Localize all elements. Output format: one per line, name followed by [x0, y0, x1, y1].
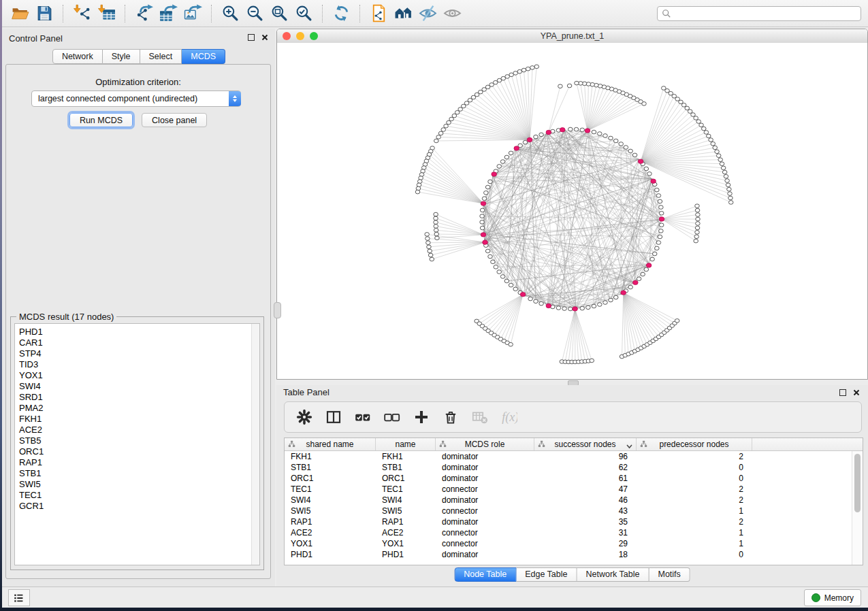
network-window-titlebar[interactable]: YPA_prune.txt_1 [277, 29, 867, 44]
save-session-button[interactable] [32, 3, 57, 24]
zoom-fit-button[interactable] [267, 3, 291, 24]
zoom-selected-button[interactable] [291, 3, 316, 24]
result-node[interactable]: SWI4 [15, 381, 259, 392]
control-panel-tabs: NetworkStyleSelectMCDS [3, 49, 275, 64]
column-header-shared-name[interactable]: shared name [285, 438, 376, 450]
column-header-name[interactable]: name [376, 438, 436, 450]
result-node[interactable]: FKH1 [15, 414, 259, 425]
result-node[interactable]: CAR1 [15, 337, 259, 348]
control-panel-close-icon[interactable] [261, 34, 268, 41]
export-network-button[interactable] [131, 3, 156, 24]
tab-style[interactable]: Style [103, 49, 140, 64]
list-icon [13, 592, 25, 604]
tab-select[interactable]: Select [140, 49, 182, 64]
cell-shared-name: YOX1 [285, 539, 376, 548]
tab-node-table[interactable]: Node Table [454, 567, 516, 582]
table-row[interactable]: STB1STB1dominator620 [285, 462, 863, 473]
result-node[interactable]: ACE2 [15, 425, 259, 435]
table-row[interactable]: PHD1PHD1dominator180 [285, 549, 863, 560]
network-graph[interactable] [277, 43, 867, 379]
horizontal-splitter[interactable] [276, 380, 868, 385]
result-node[interactable]: STP4 [15, 348, 259, 359]
table-row[interactable]: TEC1TEC1connector472 [285, 484, 863, 495]
select-all-rows-button[interactable] [354, 408, 372, 426]
table-scrollbar[interactable] [852, 451, 863, 565]
vertical-splitter-handle[interactable] [274, 302, 281, 318]
deselect-all-rows-icon [384, 409, 400, 425]
mcds-result-list[interactable]: PHD1CAR1STP4TID3YOX1SWI4SRD1PMA2FKH1ACE2… [14, 323, 260, 565]
zoom-out-button[interactable] [242, 3, 267, 24]
cell-shared-name: SWI5 [285, 506, 376, 516]
result-node[interactable]: TID3 [15, 359, 259, 370]
close-panel-button[interactable]: Close panel [142, 113, 207, 127]
result-node[interactable]: TEC1 [15, 490, 259, 501]
cell-MCDS-role: connector [436, 506, 534, 516]
open-network-button[interactable] [7, 3, 32, 24]
result-node[interactable]: PMA2 [15, 403, 259, 414]
network-view-window: YPA_prune.txt_1 [276, 29, 868, 380]
result-node[interactable]: STB1 [15, 468, 259, 479]
result-node[interactable]: STB5 [15, 435, 259, 446]
tab-motifs[interactable]: Motifs [649, 567, 690, 582]
cell-MCDS-role: connector [436, 539, 534, 548]
export-table-button[interactable] [156, 3, 180, 24]
zoom-selected-icon [295, 4, 313, 22]
result-node[interactable]: GCR1 [15, 501, 259, 512]
show-panels-button[interactable] [8, 589, 30, 606]
table-scrollbar-thumb[interactable] [854, 454, 861, 512]
search-input[interactable] [674, 8, 856, 19]
control-panel-float-icon[interactable] [248, 34, 255, 41]
memory-button[interactable]: Memory [804, 589, 861, 606]
table-row[interactable]: ORC1ORC1dominator610 [285, 473, 863, 484]
table-mode-button[interactable] [295, 408, 313, 426]
new-network-from-selection-button[interactable] [366, 3, 391, 24]
table-panel-close-icon[interactable] [853, 389, 860, 396]
first-neighbors-button[interactable] [391, 3, 415, 24]
result-node[interactable]: ORC1 [15, 446, 259, 457]
table-row[interactable]: SWI5SWI5connector431 [285, 506, 863, 516]
zoom-in-button[interactable] [218, 3, 242, 24]
result-node[interactable]: YOX1 [15, 370, 259, 381]
first-neighbors-icon [394, 4, 413, 22]
table-panel: Table Panel f(x) shared namenameMCDS rol… [276, 385, 868, 587]
result-node[interactable]: RAP1 [15, 457, 259, 468]
export-image-button[interactable] [180, 3, 205, 24]
run-mcds-button[interactable]: Run MCDS [69, 113, 133, 127]
table-panel-float-icon[interactable] [839, 389, 846, 396]
refresh-button[interactable] [329, 3, 353, 24]
search-box[interactable] [657, 6, 861, 21]
result-node[interactable]: SRD1 [15, 392, 259, 403]
tab-edge-table[interactable]: Edge Table [516, 567, 577, 582]
cell-name: RAP1 [376, 517, 436, 527]
result-list-scrollbar[interactable] [251, 324, 259, 565]
column-header-MCDS-role[interactable]: MCDS role [436, 438, 534, 450]
network-canvas[interactable] [277, 43, 867, 379]
add-column-button[interactable] [413, 408, 430, 426]
optimization-criterion-select[interactable]: largest connected component (undirected) [31, 90, 241, 107]
tab-network-table[interactable]: Network Table [577, 567, 649, 582]
table-row[interactable]: SWI4SWI4dominator462 [285, 495, 863, 506]
delete-columns-button[interactable] [442, 408, 460, 426]
import-table-icon [97, 4, 116, 22]
deselect-all-rows-button[interactable] [383, 408, 401, 426]
show-columns-button[interactable] [325, 408, 342, 426]
hide-selected-button[interactable] [415, 3, 440, 24]
show-all-button[interactable] [440, 3, 464, 24]
import-table-button[interactable] [94, 3, 118, 24]
import-network-button[interactable] [69, 3, 94, 24]
table-row[interactable]: RAP1RAP1dominator352 [285, 516, 863, 527]
header-filler [752, 438, 863, 450]
column-header-successor-nodes[interactable]: successor nodes [534, 438, 637, 450]
column-label: shared name [306, 440, 353, 449]
cell-MCDS-role: dominator [436, 550, 534, 559]
column-header-predecessor-nodes[interactable]: predecessor nodes [637, 438, 752, 450]
table-row[interactable]: FKH1FKH1dominator962 [285, 451, 863, 462]
table-row[interactable]: ACE2ACE2connector311 [285, 527, 863, 538]
tab-mcds[interactable]: MCDS [182, 49, 225, 64]
table-tabs: Node TableEdge TableNetwork TableMotifs [454, 567, 690, 582]
result-node[interactable]: SWI5 [15, 479, 259, 490]
tab-network[interactable]: Network [52, 49, 103, 64]
result-node[interactable]: PHD1 [15, 327, 259, 337]
table-row[interactable]: YOX1YOX1connector291 [285, 538, 863, 549]
cell-predecessor-nodes: 0 [637, 474, 752, 483]
